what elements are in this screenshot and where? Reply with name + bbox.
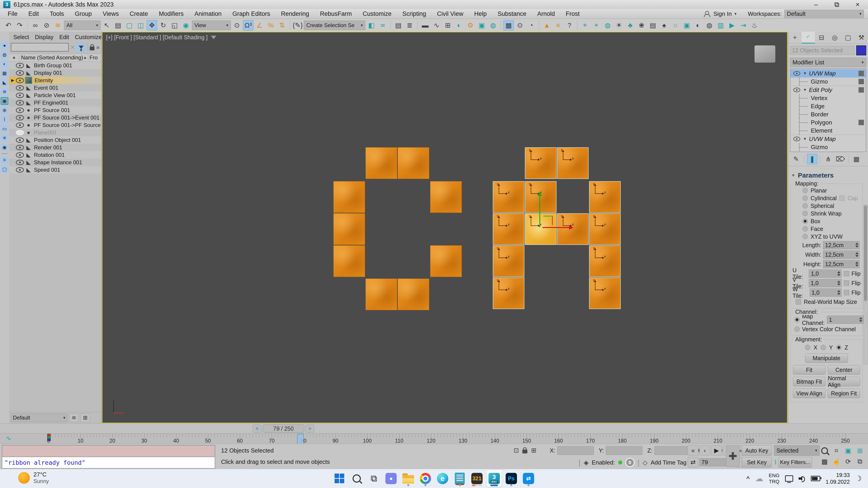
mirror-icon[interactable]: ◧ [366, 20, 377, 31]
focus-assist-moon-icon[interactable]: ☽ [855, 474, 862, 483]
scene-object-row[interactable]: ●PF Source 001->PF Source 001 [9, 121, 101, 129]
maxscript-mini-listener[interactable]: "ribbon already found" [2, 445, 215, 468]
chevron-down-icon[interactable]: ▾ [735, 11, 737, 16]
explorer-menu-select[interactable]: Select [10, 33, 32, 41]
taskbar-explorer[interactable] [401, 470, 416, 487]
snaps-toggle-icon[interactable]: Ω³ [243, 20, 253, 31]
display-all-icon[interactable]: ● [1, 41, 8, 49]
modifier-chip[interactable] [859, 87, 864, 93]
visibility-eye-icon[interactable] [16, 115, 24, 121]
reference-coordinate-dropdown[interactable]: View▾ [192, 21, 231, 30]
menu-edit[interactable]: Edit [23, 9, 44, 19]
explorer-settings-button[interactable]: ≋ [69, 414, 79, 422]
x-coordinate-field[interactable] [557, 446, 594, 455]
modifier-stack-row[interactable]: Border [790, 110, 866, 119]
layer-explorer-toggle-icon[interactable]: ≣ [404, 20, 415, 31]
scene-object-row[interactable]: ◣Speed 001 [9, 166, 101, 173]
view-cube[interactable] [754, 45, 775, 63]
axis-radio-y[interactable] [820, 345, 826, 350]
next-frame-button[interactable]: > [306, 425, 314, 432]
scene-object-row[interactable]: ◣Render 001 [9, 144, 101, 151]
axis-radio-z[interactable] [836, 345, 842, 350]
configure-modifier-sets-icon[interactable]: ▦ [851, 154, 862, 164]
key-set-dropdown[interactable]: Selected ▾ [774, 445, 819, 456]
civil-light-icon[interactable]: ◍ [602, 20, 613, 31]
previous-frame-icon[interactable]: ‹ [700, 445, 710, 456]
spinner-arrows-icon[interactable] [859, 317, 862, 322]
angle-snap-icon[interactable]: ∠ [254, 20, 265, 31]
taskbar-notepad[interactable] [452, 470, 467, 487]
spinner-arrows-icon[interactable] [837, 271, 840, 276]
tab-hierarchy[interactable]: ⊟ [815, 32, 828, 43]
help-lookup-icon[interactable]: ? [564, 20, 575, 31]
v-tile-spinner[interactable]: 1,0 [809, 279, 842, 287]
time-slider[interactable]: 79 / 250 [263, 424, 304, 433]
visibility-eye-icon[interactable] [16, 85, 24, 91]
rendered-frame-window-icon[interactable]: ▣ [476, 20, 487, 31]
selection-filter-dropdown[interactable]: All▾ [64, 21, 101, 30]
civil-camera-add-icon[interactable]: ⌖ [591, 20, 601, 31]
radio-box[interactable] [802, 219, 808, 224]
onedrive-icon[interactable]: ☁ [755, 474, 763, 483]
scene-converter-icon[interactable]: ⊙ [515, 20, 525, 31]
render-production-icon[interactable]: ◍ [488, 20, 498, 31]
visibility-eye-icon[interactable] [16, 93, 24, 98]
y-coordinate-field[interactable] [606, 446, 643, 455]
menu-arnold[interactable]: Arnold [532, 9, 560, 19]
show-end-result-icon[interactable]: ❚ [807, 154, 817, 164]
normal-align-button[interactable]: Normal Align [828, 377, 860, 386]
window-crossing-toggle-icon[interactable]: ◫ [135, 20, 146, 31]
modifier-stack-row[interactable]: ▼UVW Map [790, 69, 866, 77]
textured-box[interactable] [398, 279, 429, 310]
taskbar-kmplayer[interactable]: 321 [469, 470, 485, 487]
u-tile-flip-checkbox[interactable] [844, 271, 849, 276]
visibility-eye-icon[interactable] [16, 130, 24, 135]
collapse-arrow-icon[interactable]: ▼ [803, 71, 807, 75]
selected-textured-box[interactable]: yx [493, 246, 524, 277]
forest-pine-icon[interactable]: ♠ [659, 20, 669, 31]
mini-curve-editor-icon[interactable]: ∿ [6, 434, 11, 442]
tab-display[interactable]: ▢ [841, 32, 855, 43]
menu-graph-editors[interactable]: Graph Editors [227, 9, 276, 19]
key-filters-button[interactable]: Key Filters... [778, 457, 812, 467]
percent-snap-icon[interactable]: % [266, 20, 276, 31]
radio-shrink-wrap[interactable] [802, 211, 808, 216]
textured-box[interactable] [430, 181, 462, 213]
scene-object-row[interactable]: ●PF Source 001->Event 001 [9, 114, 101, 121]
render-setup-icon[interactable]: ⚙ [465, 20, 475, 31]
textured-box[interactable] [333, 246, 365, 277]
spinner-arrows-icon[interactable] [837, 281, 840, 286]
select-object-icon[interactable]: ↖ [101, 20, 112, 31]
taskbar-chrome[interactable] [418, 470, 433, 487]
scene-object-row[interactable]: ◣Display 001 [9, 69, 101, 76]
map-channel-radio[interactable] [794, 317, 800, 322]
textured-box[interactable] [333, 213, 365, 245]
object-color-swatch[interactable] [856, 45, 866, 55]
ribbon-toggle-icon[interactable]: ▬ [420, 20, 430, 31]
visibility-eye-icon[interactable] [16, 70, 24, 76]
keyframe-marker[interactable] [47, 434, 51, 441]
select-and-move-icon[interactable]: ✥ [147, 20, 157, 31]
selection-column-icon[interactable]: ● [9, 55, 19, 61]
selected-textured-box[interactable]: yx [589, 213, 621, 245]
visibility-eye-icon[interactable] [16, 123, 24, 128]
cap-checkbox[interactable] [839, 195, 845, 201]
search-filter-button[interactable] [76, 43, 86, 52]
display-cast-icon[interactable] [785, 475, 793, 482]
rectangular-selection-region-icon[interactable]: ▢ [124, 20, 134, 31]
unlink-selection-icon[interactable]: ⊘ [41, 20, 52, 31]
menu-rendering[interactable]: Rendering [276, 9, 315, 19]
taskbar-taskview[interactable]: ⧉ [366, 470, 381, 487]
modifier-stack-row[interactable]: Edge [790, 102, 866, 110]
modifier-stack-row[interactable]: Polygon [790, 119, 866, 127]
undo-scene-icon[interactable]: ◔ [526, 20, 536, 31]
isolate-selection-icon[interactable]: ⊡ [514, 447, 519, 454]
selected-textured-box[interactable]: yx [493, 213, 524, 245]
scene-object-row[interactable]: ◣Particle View 001 [9, 92, 101, 99]
frost-ring-icon[interactable]: ◌ [670, 20, 681, 31]
orbit-icon[interactable]: ⟳ [845, 458, 851, 465]
tab-utilities[interactable]: ⚒ [855, 32, 868, 43]
explorer-menu-display[interactable]: Display [32, 33, 56, 41]
axis-radio-x[interactable] [805, 345, 810, 350]
tab-modify[interactable]: ◜ [802, 32, 815, 43]
